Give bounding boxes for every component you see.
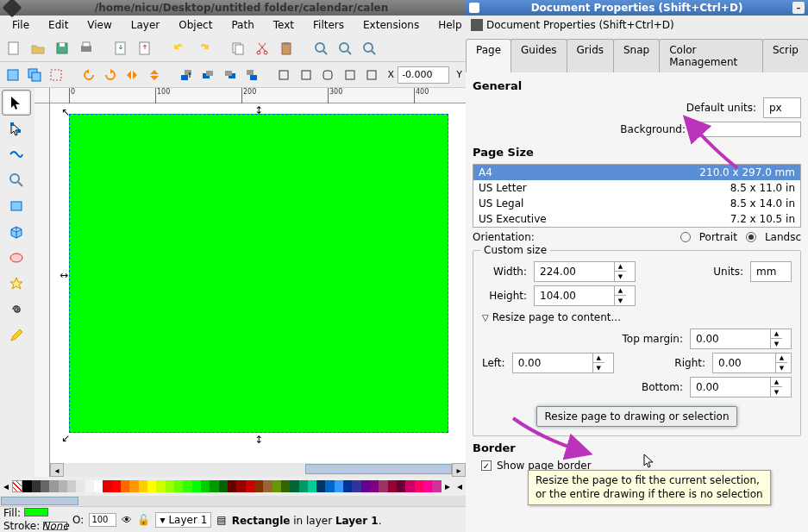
tab-snap[interactable]: Snap xyxy=(613,39,660,72)
open-button[interactable] xyxy=(28,38,48,59)
color-swatch[interactable] xyxy=(299,480,308,492)
color-swatch[interactable] xyxy=(397,480,405,492)
node-tool[interactable] xyxy=(2,116,31,141)
tab-guides[interactable]: Guides xyxy=(510,39,567,72)
raise-top-button[interactable] xyxy=(177,66,195,84)
color-swatch[interactable] xyxy=(201,480,210,492)
size-row-a4[interactable]: A4210.0 x 297.0 mm xyxy=(473,165,800,180)
cut-button[interactable] xyxy=(252,38,272,59)
tab-scripting[interactable]: Scrip xyxy=(762,39,808,72)
deselect-button[interactable] xyxy=(47,66,66,84)
color-swatch[interactable] xyxy=(361,480,370,492)
menu-file[interactable]: File xyxy=(3,17,38,33)
rectangle-tool[interactable] xyxy=(2,193,31,219)
minimize-button[interactable]: – xyxy=(792,2,805,14)
layer-selector[interactable]: ▾Layer 1 xyxy=(155,512,211,528)
affect-scale-button[interactable] xyxy=(297,66,315,84)
color-swatch[interactable] xyxy=(370,480,379,492)
zoom-page-button[interactable] xyxy=(359,38,379,59)
select-all-layers-button[interactable] xyxy=(25,66,43,84)
color-swatch[interactable] xyxy=(316,480,325,492)
palette-right-button[interactable]: ▸ xyxy=(442,480,454,492)
color-swatch[interactable] xyxy=(112,480,121,492)
selection-handle-sw[interactable]: ↙ xyxy=(61,432,70,441)
background-color-button[interactable] xyxy=(698,122,801,137)
portrait-radio[interactable] xyxy=(680,232,691,242)
selector-tool[interactable] xyxy=(2,90,31,116)
pencil-tool[interactable] xyxy=(2,322,31,348)
menu-filters[interactable]: Filters xyxy=(304,17,353,33)
flip-h-button[interactable] xyxy=(123,66,141,84)
landscape-radio[interactable] xyxy=(746,232,756,242)
palette-scroll-thumb[interactable] xyxy=(1,497,78,505)
layer-menu-icon[interactable]: ▤ xyxy=(216,514,226,526)
ruler-horizontal[interactable]: 0 100 200 300 400 xyxy=(50,88,466,103)
size-row-us-letter[interactable]: US Letter8.5 x 11.0 in xyxy=(473,180,800,196)
3dbox-tool[interactable] xyxy=(2,219,31,245)
menu-layer[interactable]: Layer xyxy=(122,17,168,33)
color-swatch[interactable] xyxy=(246,480,254,492)
width-spin-up[interactable]: ▲ xyxy=(614,262,626,272)
color-swatch[interactable] xyxy=(121,480,129,492)
swatch-none[interactable] xyxy=(12,480,22,492)
size-units-combo[interactable]: mm xyxy=(750,261,792,282)
bottom-margin-input[interactable]: ▲▼ xyxy=(690,377,792,397)
color-swatch[interactable] xyxy=(335,480,343,492)
tweak-tool[interactable] xyxy=(2,141,31,167)
menu-edit[interactable]: Edit xyxy=(40,17,77,33)
color-swatch[interactable] xyxy=(59,480,67,492)
right-margin-input[interactable]: ▲▼ xyxy=(712,353,792,373)
copy-button[interactable] xyxy=(228,38,248,59)
color-swatch[interactable] xyxy=(41,480,49,492)
color-swatch[interactable] xyxy=(281,480,290,492)
color-swatch[interactable] xyxy=(210,480,218,492)
default-units-combo[interactable]: px xyxy=(763,97,801,118)
color-swatch[interactable] xyxy=(32,480,41,492)
color-swatch[interactable] xyxy=(174,480,183,492)
color-swatch[interactable] xyxy=(254,480,263,492)
color-swatch[interactable] xyxy=(272,480,281,492)
select-all-button[interactable] xyxy=(3,66,22,84)
color-swatch[interactable] xyxy=(183,480,191,492)
color-swatch[interactable] xyxy=(192,480,201,492)
visibility-toggle-icon[interactable]: 👁 xyxy=(122,514,132,526)
save-button[interactable] xyxy=(52,38,72,59)
color-swatch[interactable] xyxy=(49,480,58,492)
color-swatch[interactable] xyxy=(166,480,174,492)
width-spin-down[interactable]: ▼ xyxy=(614,272,626,281)
palette-menu-button[interactable]: ◂ xyxy=(454,480,466,492)
tab-grids[interactable]: Grids xyxy=(567,39,614,72)
tab-color-management[interactable]: Color Management xyxy=(659,39,763,72)
color-swatch[interactable] xyxy=(423,480,432,492)
affect-corners-button[interactable] xyxy=(318,66,336,84)
width-input[interactable]: ▲▼ xyxy=(534,261,636,282)
landscape-label[interactable]: Landsc xyxy=(765,231,801,243)
undo-button[interactable] xyxy=(169,38,190,59)
affect-move-button[interactable] xyxy=(275,66,293,84)
color-swatch[interactable] xyxy=(379,480,387,492)
raise-button[interactable] xyxy=(199,66,217,84)
zoom-fit-button[interactable] xyxy=(310,38,331,59)
hscroll-left-button[interactable]: ◂ xyxy=(50,463,64,477)
portrait-label[interactable]: Portrait xyxy=(699,231,737,243)
coord-x-input[interactable] xyxy=(398,66,449,84)
color-swatch[interactable] xyxy=(308,480,316,492)
rotate-ccw-button[interactable] xyxy=(79,66,97,84)
menu-help[interactable]: Help xyxy=(429,17,470,33)
menu-object[interactable]: Object xyxy=(170,17,221,33)
color-swatch[interactable] xyxy=(432,480,441,492)
color-swatch[interactable] xyxy=(405,480,414,492)
page-rectangle[interactable]: ↖ ↕ ↔ ↙ ↕ xyxy=(69,114,448,433)
horizontal-scrollbar[interactable]: ◂ ▸ xyxy=(50,463,466,477)
color-swatch[interactable] xyxy=(263,480,272,492)
menu-extensions[interactable]: Extensions xyxy=(354,17,428,33)
top-margin-input[interactable]: ▲▼ xyxy=(690,329,792,349)
resize-to-content-expander[interactable]: ▽ Resize page to content... xyxy=(482,311,792,323)
hscroll-thumb[interactable] xyxy=(305,464,452,474)
color-swatch[interactable] xyxy=(67,480,76,492)
import-button[interactable] xyxy=(110,38,131,59)
selection-handle-n[interactable]: ↕ xyxy=(254,104,263,113)
palette-left-button[interactable]: ◂ xyxy=(0,480,12,492)
height-spin-up[interactable]: ▲ xyxy=(614,286,626,296)
hscroll-right-button[interactable]: ▸ xyxy=(452,463,466,477)
